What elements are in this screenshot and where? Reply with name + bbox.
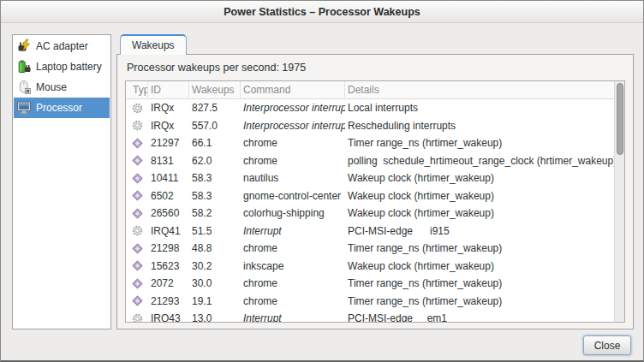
column-header-id[interactable]: ID <box>148 81 189 99</box>
table-row[interactable]: IRQ43 13.0 Interrupt PCI-MSI-edge em1 <box>126 310 624 323</box>
id-cell: 15623 <box>148 260 189 272</box>
table-row[interactable]: IRQx 827.5 Interprocessor interrupt Loca… <box>126 99 624 117</box>
wakeups-cell: 62.0 <box>189 155 241 167</box>
wakeups-cell: 557.0 <box>189 120 241 132</box>
mouse-icon <box>16 80 32 95</box>
wakeups-cell: 58.2 <box>189 207 241 219</box>
id-cell: 21293 <box>148 295 189 307</box>
id-cell: 21297 <box>148 137 189 149</box>
command-cell: Interprocessor interrupt <box>241 120 345 132</box>
type-cell <box>126 138 148 149</box>
laptop-battery-icon <box>16 59 32 74</box>
tab-bar: Wakeups <box>116 34 634 54</box>
command-cell: chrome <box>241 137 345 149</box>
notebook: Wakeups Processor wakeups per second: 19… <box>116 34 634 329</box>
wakeups-summary: Processor wakeups per second: 1975 <box>125 61 625 80</box>
vertical-scrollbar[interactable] <box>614 81 624 322</box>
wakeups-cell: 13.0 <box>189 312 241 323</box>
table-row[interactable]: 2072 30.0 chrome Timer range_ns (hrtimer… <box>126 275 624 293</box>
column-header-type[interactable]: Type <box>126 81 148 99</box>
id-cell: 6502 <box>148 190 189 202</box>
details-cell: polling schedule_hrtimeout_range_clock (… <box>345 155 624 167</box>
action-area: Close <box>1 329 643 355</box>
column-header-details[interactable]: Details <box>345 81 624 99</box>
details-cell: Wakeup clock (hrtimer_wakeup) <box>345 207 624 219</box>
details-cell: Timer range_ns (hrtimer_wakeup) <box>345 277 624 289</box>
id-cell: IRQ41 <box>148 225 189 237</box>
details-cell: Rescheduling interrupts <box>345 120 624 132</box>
id-cell: 21298 <box>148 242 189 254</box>
scrollbar-thumb[interactable] <box>617 83 623 155</box>
wakeups-cell: 66.1 <box>189 137 241 149</box>
sidebar-item-laptop-battery[interactable]: Laptop battery <box>14 56 110 77</box>
main-content: AC adapter Laptop battery <box>1 23 643 329</box>
id-cell: IRQx <box>148 120 189 132</box>
id-cell: 8131 <box>148 155 189 167</box>
tab-wakeups[interactable]: Wakeups <box>120 34 187 55</box>
table-row[interactable]: 21298 48.8 chrome Timer range_ns (hrtime… <box>126 240 624 258</box>
type-cell <box>126 120 148 131</box>
command-cell: colorhug-shipping <box>241 207 345 219</box>
process-icon <box>132 260 143 271</box>
sidebar-item-label: Processor <box>36 102 82 114</box>
type-cell <box>126 243 148 254</box>
process-icon <box>132 278 143 289</box>
type-cell <box>126 225 148 236</box>
table-row[interactable]: 10411 58.3 nautilus Wakeup clock (hrtime… <box>126 169 624 187</box>
process-icon <box>132 190 143 201</box>
details-cell: Wakeup clock (hrtimer_wakeup) <box>345 172 624 184</box>
close-button[interactable]: Close <box>583 335 631 355</box>
titlebar[interactable]: Power Statistics – Processor Wakeups <box>1 1 643 23</box>
command-cell: chrome <box>241 155 345 167</box>
command-cell: chrome <box>241 277 345 289</box>
details-cell: Timer range_ns (hrtimer_wakeup) <box>345 295 624 307</box>
wakeups-cell: 827.5 <box>189 102 241 114</box>
window-title: Power Statistics – Processor Wakeups <box>224 6 420 18</box>
type-cell <box>126 103 148 114</box>
details-cell: PCI-MSI-edge em1 <box>345 312 624 323</box>
sidebar-item-processor[interactable]: Processor <box>14 98 110 118</box>
ac-adapter-icon <box>16 39 32 54</box>
type-cell <box>126 173 148 184</box>
details-cell: Wakeup clock (hrtimer_wakeup) <box>345 190 624 202</box>
table-row[interactable]: 21297 66.1 chrome Timer range_ns (hrtime… <box>126 134 624 152</box>
wakeups-cell: 51.5 <box>189 225 241 237</box>
sidebar-item-label: AC adapter <box>36 40 88 52</box>
id-cell: IRQ43 <box>148 312 189 323</box>
table-row[interactable]: 6502 58.3 gnome-control-center Wakeup cl… <box>126 187 624 205</box>
table-row[interactable]: 15623 30.2 inkscape Wakeup clock (hrtime… <box>126 258 624 276</box>
gear-icon <box>132 103 143 114</box>
command-cell: Interprocessor interrupt <box>241 102 345 114</box>
command-cell: inkscape <box>241 260 345 272</box>
column-header-wakeups[interactable]: Wakeups <box>189 81 241 99</box>
type-cell <box>126 190 148 201</box>
wakeups-cell: 58.3 <box>189 190 241 202</box>
process-icon <box>132 155 143 166</box>
sidebar-item-mouse[interactable]: Mouse <box>14 77 110 98</box>
sidebar-item-label: Mouse <box>36 81 67 93</box>
id-cell: 2072 <box>148 277 189 289</box>
process-icon <box>132 138 143 149</box>
table-row[interactable]: 8131 62.0 chrome polling schedule_hrtime… <box>126 152 624 170</box>
command-cell: chrome <box>241 295 345 307</box>
wakeups-table: TypeIDWakeupsCommandDetails IRQx 827. <box>125 80 625 323</box>
table-row[interactable]: 26560 58.2 colorhug-shipping Wakeup cloc… <box>126 205 624 223</box>
wakeups-cell: 48.8 <box>189 242 241 254</box>
table-row[interactable]: IRQ41 51.5 Interrupt PCI-MSI-edge i915 <box>126 223 624 240</box>
processor-icon <box>16 100 32 116</box>
command-cell: Interrupt <box>241 225 345 237</box>
table-row[interactable]: IRQx 557.0 Interprocessor interrupt Resc… <box>126 117 624 135</box>
details-cell: Wakeup clock (hrtimer_wakeup) <box>345 260 624 272</box>
wakeups-cell: 19.1 <box>189 295 241 307</box>
details-cell: Timer range_ns (hrtimer_wakeup) <box>345 137 624 149</box>
process-icon <box>132 173 143 184</box>
table-row[interactable]: 21293 19.1 chrome Timer range_ns (hrtime… <box>126 293 624 311</box>
gear-icon <box>132 313 143 323</box>
wakeups-cell: 58.3 <box>189 172 241 184</box>
device-list: AC adapter Laptop battery <box>12 34 111 329</box>
command-cell: chrome <box>241 242 345 254</box>
sidebar-item-ac-adapter[interactable]: AC adapter <box>14 36 110 56</box>
id-cell: 10411 <box>148 172 189 184</box>
column-header-command[interactable]: Command <box>241 81 345 99</box>
table-body: IRQx 827.5 Interprocessor interrupt Loca… <box>126 99 624 323</box>
